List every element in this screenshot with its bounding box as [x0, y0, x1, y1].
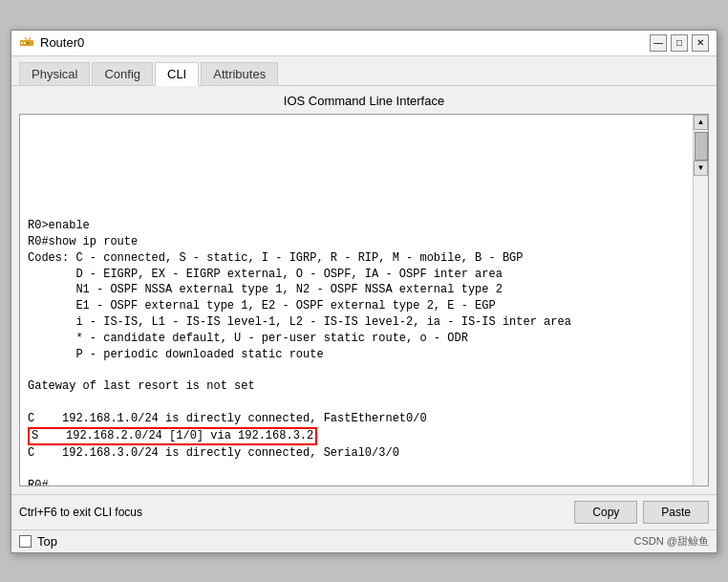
svg-point-2: [24, 42, 26, 44]
router-icon: [19, 35, 34, 51]
tab-physical[interactable]: Physical: [19, 62, 90, 85]
scrollbar-down-button[interactable]: ▼: [694, 161, 708, 176]
terminal-lines-before: R0>enable R0#show ip route Codes: C - co…: [28, 219, 571, 425]
footer: Top CSDN @甜鲸鱼: [11, 529, 717, 552]
svg-line-5: [29, 37, 31, 40]
close-button[interactable]: ✕: [692, 34, 709, 52]
svg-line-4: [25, 37, 27, 40]
tab-bar: Physical Config CLI Attributes: [11, 56, 717, 86]
watermark: CSDN @甜鲸鱼: [634, 534, 709, 549]
bottom-bar-buttons: Copy Paste: [574, 501, 709, 524]
top-label: Top: [37, 534, 57, 549]
tab-config[interactable]: Config: [92, 62, 153, 85]
highlighted-line: S 192.168.2.0/24 [1/0] via 192.168.3.2: [28, 427, 317, 446]
cli-hint: Ctrl+F6 to exit CLI focus: [19, 506, 142, 519]
section-title: IOS Command Line Interface: [19, 94, 709, 108]
scrollbar-thumb[interactable]: [695, 132, 708, 161]
terminal-wrapper[interactable]: R0>enable R0#show ip route Codes: C - co…: [19, 114, 709, 486]
scrollbar-up-button[interactable]: ▲: [694, 115, 708, 130]
maximize-button[interactable]: □: [671, 34, 688, 52]
window-title: Router0: [40, 35, 84, 50]
terminal[interactable]: R0>enable R0#show ip route Codes: C - co…: [20, 115, 708, 485]
paste-button[interactable]: Paste: [643, 501, 709, 524]
tab-attributes[interactable]: Attributes: [201, 62, 278, 85]
svg-point-3: [27, 42, 29, 44]
minimize-button[interactable]: —: [650, 34, 667, 52]
title-bar: Router0 — □ ✕: [11, 31, 717, 56]
main-window: Router0 — □ ✕ Physical Config CLI Attrib…: [11, 30, 717, 553]
content-area: IOS Command Line Interface R0>enable R0#…: [11, 86, 717, 494]
scrollbar: ▲ ▼: [693, 115, 708, 485]
title-bar-controls: — □ ✕: [650, 34, 709, 52]
terminal-lines-after: C 192.168.3.0/24 is directly connected, …: [28, 446, 399, 485]
svg-point-1: [21, 42, 23, 44]
footer-left: Top: [19, 534, 57, 549]
top-checkbox[interactable]: [19, 535, 32, 548]
copy-button[interactable]: Copy: [574, 501, 637, 524]
tab-cli[interactable]: CLI: [155, 62, 199, 86]
bottom-bar: Ctrl+F6 to exit CLI focus Copy Paste: [11, 494, 717, 529]
title-bar-left: Router0: [19, 35, 84, 51]
